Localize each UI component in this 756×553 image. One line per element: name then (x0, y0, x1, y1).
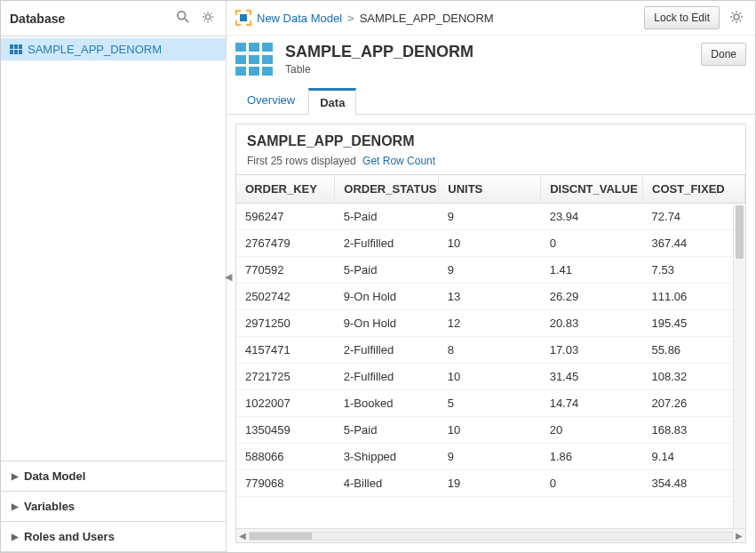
table-cell: 10 (439, 417, 541, 444)
scroll-left-icon[interactable]: ◀ (236, 531, 249, 541)
table-row[interactable]: 27674792-Fulfilled100367.44 (236, 230, 745, 257)
column-header[interactable]: DISCNT_VALUE (541, 175, 643, 204)
table-cell: 13 (439, 284, 541, 310)
table-row[interactable]: 29712509-On Hold1220.83195.45 (236, 310, 745, 337)
chevron-right-icon: ▶ (12, 532, 19, 541)
svg-point-2 (205, 14, 210, 19)
table-cell: 2502742 (236, 284, 335, 310)
page-subtitle: Table (285, 63, 690, 76)
chevron-right-icon: ▶ (12, 501, 19, 511)
table-row[interactable]: 41574712-Fulfilled817.0355.86 (236, 337, 745, 364)
table-row[interactable]: 7790684-Billed190354.48 (236, 470, 745, 497)
accordion-label: Variables (24, 500, 75, 513)
table-row[interactable]: 27217252-Fulfilled1031.45108.32 (236, 364, 745, 390)
table-cell: 5 (439, 390, 541, 417)
table-cell: 207.26 (643, 390, 745, 417)
table-cell: 2767479 (236, 230, 335, 257)
data-table: ORDER_KEYORDER_STATUSUNITSDISCNT_VALUECO… (236, 175, 745, 497)
column-header[interactable]: ORDER_KEY (236, 175, 335, 204)
table-row[interactable]: 5962475-Paid923.9472.74 (236, 204, 745, 230)
table-cell: 9.14 (643, 444, 745, 470)
lock-to-edit-button[interactable]: Lock to Edit (644, 6, 720, 29)
table-row[interactable]: 5880663-Shipped91.869.14 (236, 444, 745, 470)
table-cell: 1.41 (541, 257, 643, 284)
table-cell: 596247 (236, 204, 335, 230)
table-cell: 2-Fulfilled (335, 364, 439, 390)
breadcrumb-current: SAMPLE_APP_DENORM (360, 12, 494, 25)
accordion-data-model[interactable]: ▶ Data Model (1, 461, 226, 492)
sidebar: Database SAMPLE_APP_DENORM ▶ Data Model (1, 1, 227, 552)
tab-data[interactable]: Data (308, 88, 356, 115)
table-cell: 2-Fulfilled (335, 337, 439, 364)
tree-item-sample-app-denorm[interactable]: SAMPLE_APP_DENORM (1, 38, 226, 60)
table-row[interactable]: 7705925-Paid91.417.53 (236, 257, 745, 284)
table-cell: 1350459 (236, 417, 335, 444)
table-cell: 195.45 (643, 310, 745, 337)
table-cell: 367.44 (643, 230, 745, 257)
accordion-label: Roles and Users (24, 530, 115, 543)
table-row[interactable]: 25027429-On Hold1326.29111.06 (236, 284, 745, 310)
model-icon (235, 10, 251, 26)
svg-line-1 (185, 19, 188, 22)
data-panel: SAMPLE_APP_DENORM First 25 rows displaye… (235, 124, 746, 543)
table-cell: 1022007 (236, 390, 335, 417)
gear-icon[interactable] (727, 7, 746, 29)
table-cell: 1-Booked (335, 390, 439, 417)
table-cell: 2971250 (236, 310, 335, 337)
vertical-scrollbar[interactable] (733, 205, 745, 528)
table-cell: 4-Billed (335, 470, 439, 497)
page-title: SAMPLE_APP_DENORM (285, 43, 690, 61)
table-cell: 108.32 (643, 364, 745, 390)
accordion-variables[interactable]: ▶ Variables (1, 492, 226, 522)
table-cell: 9-On Hold (335, 310, 439, 337)
table-row[interactable]: 10220071-Booked514.74207.26 (236, 390, 745, 417)
sidebar-tree: SAMPLE_APP_DENORM (1, 36, 226, 461)
sidebar-title: Database (10, 12, 65, 26)
table-cell: 0 (541, 470, 643, 497)
table-cell: 17.03 (541, 337, 643, 364)
table-icon (235, 43, 275, 76)
table-cell: 8 (439, 337, 541, 364)
tab-overview[interactable]: Overview (235, 87, 306, 114)
topbar: New Data Model > SAMPLE_APP_DENORM Lock … (227, 1, 755, 36)
table-cell: 354.48 (643, 470, 745, 497)
horizontal-scrollbar[interactable]: ◀ ▶ (236, 528, 745, 542)
table-cell: 10 (439, 230, 541, 257)
table-row[interactable]: 13504595-Paid1020168.83 (236, 417, 745, 444)
svg-point-0 (178, 12, 186, 20)
column-header[interactable]: ORDER_STATUS (335, 175, 439, 204)
column-header[interactable]: COST_FIXED (643, 175, 745, 204)
title-row: SAMPLE_APP_DENORM Table Done (227, 36, 755, 76)
breadcrumb-link[interactable]: New Data Model (257, 12, 342, 25)
tree-item-label: SAMPLE_APP_DENORM (28, 43, 162, 56)
table-cell: 1.86 (541, 444, 643, 470)
table-cell: 9-On Hold (335, 284, 439, 310)
table-cell: 14.74 (541, 390, 643, 417)
done-button[interactable]: Done (701, 43, 746, 66)
table-cell: 168.83 (643, 417, 745, 444)
main: New Data Model > SAMPLE_APP_DENORM Lock … (227, 1, 755, 552)
table-cell: 31.45 (541, 364, 643, 390)
column-header[interactable]: UNITS (439, 175, 541, 204)
table-cell: 10 (439, 364, 541, 390)
breadcrumb: New Data Model > SAMPLE_APP_DENORM (235, 10, 637, 26)
accordion-label: Data Model (24, 469, 85, 483)
chevron-right-icon: ▶ (12, 471, 19, 481)
accordion-roles-users[interactable]: ▶ Roles and Users (1, 522, 226, 552)
table-cell: 23.94 (541, 204, 643, 230)
table-cell: 5-Paid (335, 417, 439, 444)
table-cell: 12 (439, 310, 541, 337)
table-cell: 20 (541, 417, 643, 444)
splitter-handle[interactable]: ◀ (225, 271, 232, 283)
svg-point-3 (734, 14, 739, 20)
scroll-right-icon[interactable]: ▶ (733, 531, 745, 541)
search-icon[interactable] (174, 8, 192, 28)
table-cell: 111.06 (643, 284, 745, 310)
table-container: ORDER_KEYORDER_STATUSUNITSDISCNT_VALUECO… (236, 174, 745, 542)
table-cell: 770592 (236, 257, 335, 284)
get-row-count-link[interactable]: Get Row Count (362, 155, 435, 167)
table-cell: 4157471 (236, 337, 335, 364)
sidebar-header: Database (1, 1, 226, 36)
table-cell: 9 (439, 204, 541, 230)
gear-icon[interactable] (199, 8, 217, 28)
